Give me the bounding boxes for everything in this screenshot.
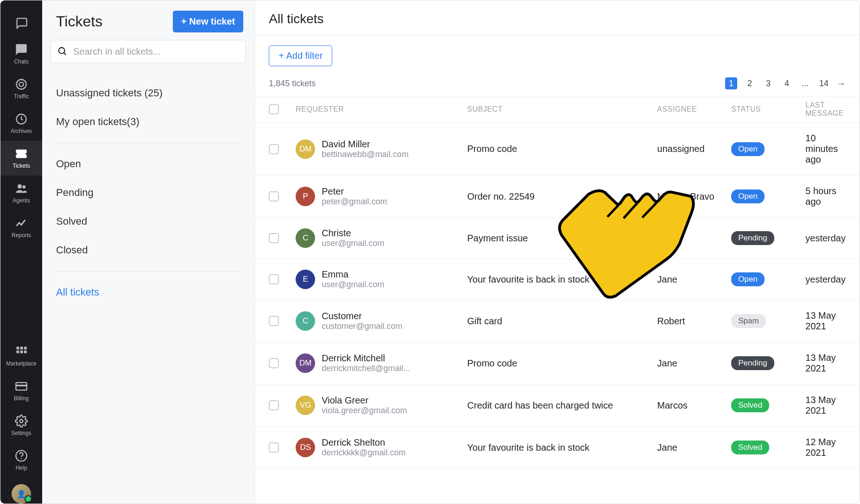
rail-label: Agents — [13, 197, 30, 204]
requester-avatar: E — [296, 270, 315, 289]
sidebar-item-myopen[interactable]: My open tickets(3) — [42, 107, 254, 136]
rail-label: Archives — [11, 128, 32, 134]
svg-point-0 — [17, 80, 26, 89]
page-14[interactable]: 14 — [818, 77, 830, 89]
row-checkbox[interactable] — [269, 191, 279, 202]
search-box[interactable] — [51, 40, 246, 63]
rail-marketplace[interactable]: Marketplace — [0, 339, 42, 373]
svg-point-15 — [21, 458, 22, 459]
rail-settings[interactable]: Settings — [0, 408, 42, 443]
table-row[interactable]: C Customer customer@gmail.com Gift card … — [255, 300, 860, 342]
ticket-lastmsg: 13 May 2021 — [805, 395, 846, 416]
rail-traffic[interactable]: Traffic — [0, 71, 42, 106]
row-checkbox[interactable] — [269, 233, 279, 243]
table-row[interactable]: E Emma user@gmail.com Your favourite is … — [255, 259, 860, 300]
status-badge: Solved — [731, 441, 769, 454]
select-all-checkbox[interactable] — [269, 104, 279, 114]
requester-email: bettinawebb@mail.com — [322, 150, 408, 159]
table-row[interactable]: VG Viola Greer viola.greer@gmail.com Cre… — [255, 384, 860, 427]
requester-email: derrickkkk@gmail.com — [322, 448, 405, 458]
new-ticket-button[interactable]: + New ticket — [173, 11, 243, 32]
requester-avatar: DM — [296, 353, 315, 373]
requester-name: Derrick Mitchell — [322, 353, 410, 364]
ticket-lastmsg: 10 minutes ago — [805, 133, 846, 165]
main-content: All tickets + Add filter 1,845 tickets 1… — [255, 0, 860, 504]
requester-name: Emma — [322, 269, 384, 280]
row-checkbox[interactable] — [269, 274, 279, 284]
rail-label: Traffic — [14, 93, 29, 100]
svg-point-13 — [20, 420, 23, 423]
table-row[interactable]: C Christe user@gmail.com Payment issue P… — [255, 218, 860, 259]
rail-reports[interactable]: Reports — [0, 210, 42, 245]
ticket-subject: Order no. 22549 — [467, 191, 657, 202]
table-row[interactable]: DM Derrick Mitchell derrickmitchell@gmai… — [255, 342, 860, 384]
rail-archives[interactable]: Archives — [0, 106, 42, 141]
requester-avatar: DM — [296, 139, 315, 159]
table-row[interactable]: DM David Miller bettinawebb@mail.com Pro… — [255, 123, 860, 176]
requester-name: Customer — [322, 311, 402, 321]
rail-billing[interactable]: Billing — [0, 373, 42, 408]
table-row[interactable]: DS Derrick Shelton derrickkkk@gmail.com … — [255, 427, 860, 469]
requester-name: Christe — [322, 228, 384, 239]
requester-email: customer@gmail.com — [322, 321, 402, 331]
col-status: STATUS — [731, 105, 805, 113]
rail-help[interactable]: Help — [0, 443, 42, 478]
row-checkbox[interactable] — [269, 442, 279, 453]
ticket-assignee: unassigned — [657, 144, 731, 154]
sidebar-item-closed[interactable]: Closed — [42, 236, 254, 265]
svg-point-4 — [22, 185, 25, 189]
row-checkbox[interactable] — [269, 400, 279, 410]
row-checkbox[interactable] — [269, 358, 279, 368]
requester-email: viola.greer@gmail.com — [322, 406, 407, 416]
ticket-subject: Your favourite is back in stock — [467, 442, 657, 453]
status-badge: Pending — [731, 231, 774, 245]
page-ellipsis: ... — [799, 77, 811, 89]
rail-label: Marketplace — [6, 360, 36, 367]
pagination: 1 2 3 4 ... 14 → — [725, 77, 846, 89]
ticket-assignee: Jane — [657, 274, 731, 285]
sidebar-item-unassigned[interactable]: Unassigned tickets (25) — [42, 79, 254, 107]
user-avatar[interactable]: 👤 — [12, 484, 31, 504]
ticket-assignee: Marcos Bravo — [657, 191, 731, 202]
page-2[interactable]: 2 — [744, 77, 756, 89]
page-next-icon[interactable]: → — [836, 78, 846, 89]
page-1[interactable]: 1 — [725, 77, 737, 89]
search-input[interactable] — [73, 46, 239, 57]
requester-email: user@gmail.com — [322, 239, 384, 248]
requester-name: Viola Greer — [322, 395, 407, 406]
ticket-lastmsg: 5 hours ago — [805, 186, 846, 207]
requester-avatar: P — [296, 187, 315, 206]
rail-label: Settings — [11, 430, 31, 436]
rail-label: Reports — [12, 232, 31, 239]
row-checkbox[interactable] — [269, 144, 279, 154]
page-4[interactable]: 4 — [781, 77, 793, 89]
requester-name: Derrick Shelton — [322, 437, 405, 448]
row-checkbox[interactable] — [269, 316, 279, 326]
panel-title: Tickets — [56, 13, 102, 30]
col-requester: REQUESTER — [296, 105, 467, 113]
add-filter-button[interactable]: + Add filter — [269, 45, 332, 66]
logo-icon[interactable] — [0, 9, 42, 37]
rail-tickets[interactable]: Tickets — [0, 141, 42, 176]
table-row[interactable]: P Peter peter@gmail.com Order no. 22549 … — [255, 176, 860, 218]
table-header: REQUESTER SUBJECT ASSIGNEE STATUS LAST M… — [255, 96, 860, 123]
svg-rect-10 — [24, 351, 27, 353]
sidebar-item-all-tickets[interactable]: All tickets — [42, 278, 254, 307]
svg-rect-9 — [20, 351, 23, 353]
page-title: All tickets — [269, 12, 846, 26]
rail-chats[interactable]: Chats — [0, 37, 42, 71]
sidebar-item-open[interactable]: Open — [42, 150, 254, 178]
sidebar-item-pending[interactable]: Pending — [42, 178, 254, 207]
svg-rect-6 — [20, 347, 23, 350]
page-3[interactable]: 3 — [762, 77, 774, 89]
col-subject: SUBJECT — [467, 105, 657, 113]
rail-label: Billing — [14, 395, 29, 402]
sidebar-item-solved[interactable]: Solved — [42, 207, 254, 236]
ticket-count: 1,845 tickets — [269, 79, 316, 88]
requester-avatar: DS — [296, 438, 315, 457]
tickets-panel: Tickets + New ticket Unassigned tickets … — [42, 0, 255, 504]
requester-email: peter@gmail.com — [322, 197, 387, 207]
rail-agents[interactable]: Agents — [0, 176, 42, 210]
requester-name: Peter — [322, 186, 387, 197]
status-badge: Solved — [731, 398, 769, 412]
